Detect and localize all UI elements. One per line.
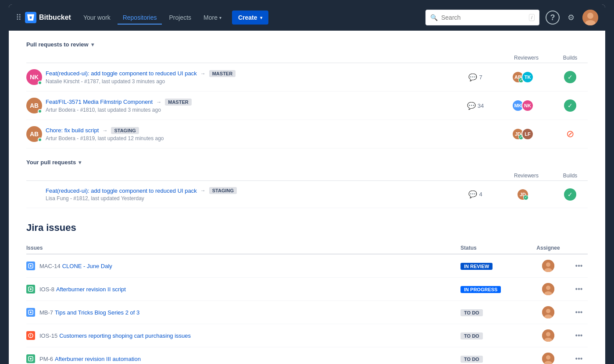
issue-type-icon	[26, 285, 35, 293]
nav-logo[interactable]: Bitbucket	[25, 12, 71, 23]
user-avatar[interactable]	[582, 10, 598, 25]
help-button[interactable]: ?	[546, 11, 560, 25]
svg-point-15	[30, 311, 32, 313]
status-badge: TO DO	[460, 356, 483, 363]
search-shortcut: /	[529, 14, 535, 21]
issue-row: IOS-8 Afterburner revision II script IN …	[26, 278, 588, 301]
svg-point-21	[30, 336, 31, 337]
create-button[interactable]: Create ▾	[232, 11, 268, 25]
pr-review-table-header: Reviewers Builds	[26, 53, 588, 63]
search-input[interactable]	[441, 14, 525, 21]
pr-meta: Lisa Fung - #1812, last updated Yesterda…	[46, 195, 454, 201]
issue-assignee	[526, 329, 570, 342]
pr-info: Feat/FIL-3571 Media Filmstrip Component …	[46, 99, 454, 113]
pr-reviewers: AB ✓ TK	[496, 71, 549, 83]
more-button[interactable]: •••	[573, 354, 585, 364]
issue-key: IOS-8	[39, 286, 54, 293]
issue-link[interactable]: CLONE - June Daly	[62, 263, 112, 269]
status-badge: TO DO	[460, 332, 483, 339]
jira-issues-section: Jira issues Issues Status Assignee MAC-1…	[26, 222, 588, 364]
chevron-down-icon: ▾	[79, 159, 81, 166]
your-pr-section: Your pull requests ▾ Reviewers Builds Fe…	[26, 159, 588, 208]
issue-key: PM-6	[39, 356, 53, 362]
build-success-icon: ✓	[564, 188, 576, 201]
pr-review-section-header[interactable]: Pull requests to review ▾	[26, 41, 588, 48]
search-bar[interactable]: 🔍 /	[425, 10, 539, 25]
bitbucket-logo-icon	[25, 12, 36, 23]
pr-meta: Natalie Kirscht - #1787, last updated 3 …	[46, 78, 454, 85]
grid-icon[interactable]: ⠿	[16, 13, 21, 22]
issue-title: Afterburner revision III automation	[55, 356, 460, 362]
status-badge: TO DO	[460, 309, 483, 316]
issue-more-actions[interactable]: •••	[570, 261, 588, 271]
issue-status: IN PROGRESS	[460, 285, 526, 293]
nav-link-projects[interactable]: Projects	[164, 11, 196, 25]
more-button[interactable]: •••	[573, 307, 585, 317]
build-success-icon: ✓	[564, 71, 576, 83]
status-badge: IN PROGRESS	[460, 286, 501, 293]
issue-assignee	[526, 260, 570, 272]
svg-point-12	[546, 286, 550, 290]
issue-link[interactable]: Afterburner revision II script	[56, 286, 126, 293]
pr-info: Feat(reduced-ui): add toggle component t…	[46, 70, 454, 85]
pr-comments-count[interactable]: 💬 4	[458, 190, 493, 198]
pr-arrow-icon: →	[156, 99, 161, 105]
issue-link[interactable]: Tips and Tricks Blog Series 2 of 3	[55, 309, 139, 316]
svg-point-17	[546, 309, 550, 313]
issue-link[interactable]: Customers reporting shoping cart purchas…	[59, 332, 191, 339]
pr-title-link[interactable]: Feat(reduced-ui): add toggle component t…	[46, 70, 197, 77]
issue-row: IOS-15 Customers reporting shoping cart …	[26, 324, 588, 347]
issue-row: MB-7 Tips and Tricks Blog Series 2 of 3 …	[26, 301, 588, 324]
nav-logo-text: Bitbucket	[39, 14, 71, 21]
issue-more-actions[interactable]: •••	[570, 284, 588, 294]
nav-link-more[interactable]: More ▾	[198, 11, 227, 25]
comment-icon: 💬	[468, 190, 477, 198]
issue-type-icon	[26, 308, 35, 317]
your-pr-table-header: Reviewers Builds	[26, 171, 588, 181]
issue-more-actions[interactable]: •••	[570, 331, 588, 340]
pr-branch-tag: MASTER	[165, 99, 191, 106]
comment-icon: 💬	[468, 73, 477, 81]
pr-title-link[interactable]: Feat/FIL-3571 Media Filmstrip Component	[46, 99, 153, 105]
issue-assignee	[526, 353, 570, 364]
pr-meta: Artur Bodera - #1810, last updated 3 min…	[46, 107, 454, 113]
issue-key: MB-7	[39, 309, 53, 316]
svg-point-7	[546, 262, 550, 267]
svg-point-28	[546, 355, 550, 360]
settings-button[interactable]: ⚙	[563, 10, 579, 25]
pr-comments-count[interactable]: 💬 34	[458, 102, 493, 110]
chevron-down-icon: ▾	[91, 42, 94, 48]
issue-status: TO DO	[460, 308, 526, 316]
assignee-avatar	[542, 306, 554, 318]
issue-assignee	[526, 306, 570, 318]
pr-title-link[interactable]: Chore: fix build script	[46, 127, 99, 134]
reviewer-avatar: LF	[521, 128, 534, 140]
issue-status: TO DO	[460, 355, 526, 363]
issue-key: MAC-14	[39, 263, 61, 269]
pr-author-avatar: AB	[26, 126, 42, 142]
nav-link-your-work[interactable]: Your work	[78, 11, 116, 25]
issue-more-actions[interactable]: •••	[570, 307, 588, 317]
svg-point-2	[587, 13, 593, 19]
pr-row: AB Feat/FIL-3571 Media Filmstrip Compone…	[26, 92, 588, 120]
issue-link[interactable]: Afterburner revision III automation	[55, 356, 141, 362]
online-status-dot	[38, 81, 42, 85]
pr-title: Feat/FIL-3571 Media Filmstrip Component …	[46, 99, 454, 106]
pr-build-status: ✓	[553, 188, 588, 201]
reviewer-avatar: TK	[521, 71, 534, 83]
pr-title-link[interactable]: Feat(reduced-ui): add toggle component t…	[46, 187, 197, 194]
svg-point-10	[30, 288, 32, 290]
pr-build-status: ✓	[553, 71, 588, 83]
nav-link-repositories[interactable]: Repositories	[118, 11, 162, 25]
pr-author-avatar: AB	[26, 98, 42, 113]
svg-rect-0	[25, 12, 36, 23]
more-button[interactable]: •••	[573, 284, 585, 294]
issue-title: Afterburner revision II script	[56, 286, 460, 293]
more-button[interactable]: •••	[573, 331, 585, 340]
more-button[interactable]: •••	[573, 261, 585, 271]
pr-comments-count[interactable]: 💬 7	[458, 73, 493, 81]
issue-more-actions[interactable]: •••	[570, 354, 588, 364]
build-success-icon: ✓	[564, 99, 576, 112]
pr-branch-tag: STAGING	[209, 187, 237, 194]
your-pr-section-header[interactable]: Your pull requests ▾	[26, 159, 588, 166]
